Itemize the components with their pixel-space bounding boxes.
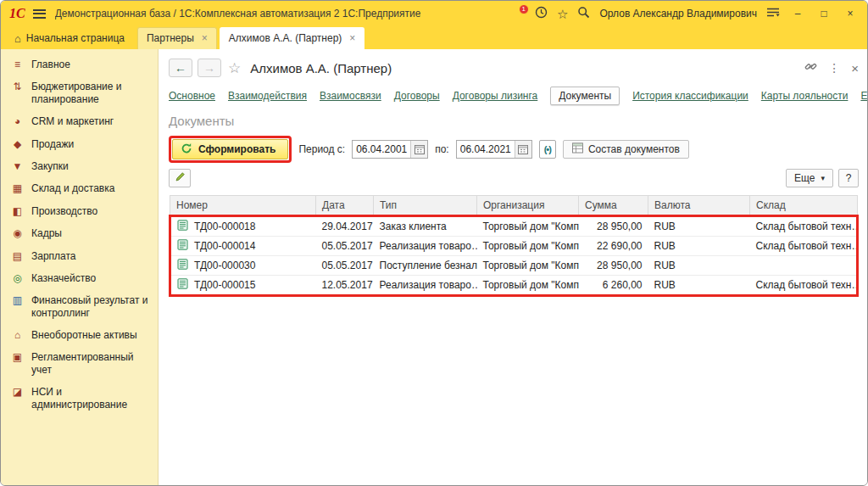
window-title: Демонстрационная база / 1С:Комплексная а… <box>55 8 421 20</box>
column-currency[interactable]: Валюта <box>648 196 750 216</box>
notifications-icon[interactable]: 1 <box>510 7 526 21</box>
sidebar-item-warehouse[interactable]: ▦Склад и доставка <box>1 177 158 199</box>
sidebar-item-finance[interactable]: ▥Финансовый результат и контроллинг <box>1 289 158 324</box>
cell-warehouse <box>750 256 858 276</box>
calendar-icon[interactable] <box>410 141 427 158</box>
document-icon <box>177 259 188 272</box>
more-menu-icon[interactable]: ⋮ <box>828 62 840 74</box>
edit-button[interactable] <box>169 169 191 187</box>
annotation-box-generate: Сформировать <box>169 136 292 163</box>
treasury-icon: ◎ <box>11 272 24 284</box>
tab-partners[interactable]: Партнеры × <box>137 27 217 49</box>
sidebar-item-crm[interactable]: ◕CRM и маркетинг <box>1 110 158 132</box>
hr-icon: ◉ <box>11 227 24 239</box>
refresh-icon <box>181 142 192 157</box>
cell-warehouse: Склад бытовой техн… <box>750 237 858 256</box>
help-button[interactable]: ? <box>838 169 859 187</box>
table-row[interactable]: ТД00-000018 29.04.2017 … Заказ клиента Т… <box>170 216 858 237</box>
table-row[interactable]: ТД00-000014 05.05.2017 … Реализация това… <box>170 237 858 256</box>
cell-number: ТД00-000014 <box>194 240 255 252</box>
sidebar-item-label: Главное <box>31 59 70 70</box>
tab-label: Алхимов А.А. (Партнер) <box>229 32 342 44</box>
column-warehouse[interactable]: Склад <box>750 196 858 216</box>
salary-icon: ▤ <box>11 250 24 262</box>
close-tab-icon[interactable]: × <box>202 33 208 43</box>
minimize-button[interactable]: – <box>789 8 806 19</box>
nav-karty-loyalnosti[interactable]: Карты лояльности <box>761 90 849 102</box>
cell-organization: Торговый дом "Комп… <box>477 276 579 296</box>
nav-dogovory-lizinga[interactable]: Договоры лизинга <box>453 90 538 102</box>
close-form-icon[interactable]: × <box>851 62 859 75</box>
sidebar-item-label: Производство <box>31 205 97 217</box>
nav-vzaimodeystviya[interactable]: Взаимодействия <box>228 90 307 102</box>
sidebar-item-budgeting[interactable]: ⇅Бюджетирование и планирование <box>1 75 158 110</box>
table-row[interactable]: ТД00-000015 12.05.2017 … Реализация това… <box>170 276 858 296</box>
column-sum[interactable]: Сумма <box>579 196 648 216</box>
sidebar-item-label: Зарплата <box>31 250 76 262</box>
tab-alkhimov[interactable]: Алхимов А.А. (Партнер) × <box>220 27 365 49</box>
forward-button[interactable]: → <box>198 59 221 77</box>
tab-home[interactable]: ⌂ Начальная страница <box>4 28 135 49</box>
close-tab-icon[interactable]: × <box>349 33 355 43</box>
maximize-button[interactable]: □ <box>815 8 832 19</box>
period-to-input[interactable] <box>457 141 515 158</box>
tab-bar: ⌂ Начальная страница Партнеры × Алхимов … <box>1 26 867 49</box>
column-number[interactable]: Номер <box>170 196 316 216</box>
service-menu-icon[interactable] <box>766 6 780 21</box>
search-icon[interactable] <box>577 6 590 22</box>
link-icon[interactable] <box>804 60 817 76</box>
sidebar-item-main[interactable]: ≡Главное <box>1 53 158 75</box>
back-button[interactable]: ← <box>169 59 192 77</box>
period-from-input[interactable] <box>353 141 410 158</box>
nav-dogovory[interactable]: Договоры <box>394 90 440 102</box>
sidebar-item-nsi[interactable]: ◪НСИ и администрирование <box>1 381 158 416</box>
assets-icon: ⌂ <box>11 329 24 341</box>
warehouse-icon: ▦ <box>11 182 24 194</box>
nav-vzaimosvyazi[interactable]: Взаимосвязи <box>320 90 381 102</box>
more-button-label: Еще <box>794 172 815 184</box>
sidebar-item-label: Казначейство <box>31 272 96 284</box>
column-date[interactable]: Дата <box>316 196 374 216</box>
nav-osnovnoe[interactable]: Основное <box>169 90 215 102</box>
cell-number: ТД00-000015 <box>194 279 255 291</box>
document-icon <box>177 278 188 292</box>
sidebar-item-label: Склад и доставка <box>31 182 114 194</box>
sidebar-item-treasury[interactable]: ◎Казначейство <box>1 267 158 289</box>
column-type[interactable]: Тип <box>374 196 477 216</box>
generate-button[interactable]: Сформировать <box>172 139 288 159</box>
favorite-star-icon[interactable]: ☆ <box>228 61 241 75</box>
home-icon: ⌂ <box>14 33 21 44</box>
sidebar-item-sales[interactable]: ◆Продажи <box>1 133 158 155</box>
sidebar-item-production[interactable]: ◧Производство <box>1 200 158 222</box>
main-section-icon: ≡ <box>11 59 24 70</box>
table-row[interactable]: ТД00-000030 05.05.2017 … Поступление без… <box>170 256 858 276</box>
nav-istoriya-klassifikacii[interactable]: История классификации <box>632 90 748 102</box>
nav-dokumenty[interactable]: Документы <box>550 87 620 105</box>
finance-icon: ▥ <box>11 294 24 306</box>
form-area: ← → ☆ Алхимов А.А. (Партнер) ⋮ × Основно… <box>159 49 867 485</box>
history-icon[interactable] <box>535 6 548 22</box>
cell-sum: 28 950,00 <box>579 216 648 237</box>
more-button[interactable]: Еще ▾ <box>786 169 833 187</box>
nav-more[interactable]: Еще...▾ <box>860 90 868 102</box>
main-menu-icon[interactable] <box>33 9 46 19</box>
cell-date: 05.05.2017 … <box>316 237 374 256</box>
favorites-icon[interactable]: ☆ <box>557 8 568 20</box>
regulated-accounting-icon: ▣ <box>11 351 24 363</box>
cell-date: 05.05.2017 … <box>316 256 374 276</box>
sidebar-item-assets[interactable]: ⌂Внеоборотные активы <box>1 324 158 346</box>
sidebar-item-regulated[interactable]: ▣Регламентированный учет <box>1 346 158 381</box>
column-organization[interactable]: Организация <box>477 196 579 216</box>
cell-type: Реализация товаро… <box>374 237 477 256</box>
period-variant-button[interactable]: (•) <box>539 140 556 159</box>
sidebar-item-purchases[interactable]: ▼Закупки <box>1 155 158 177</box>
current-user[interactable]: Орлов Александр Владимирович <box>599 8 757 20</box>
sidebar-item-hr[interactable]: ◉Кадры <box>1 222 158 244</box>
calendar-icon[interactable] <box>515 141 531 158</box>
document-composition-button[interactable]: Состав документов <box>563 140 689 159</box>
1c-logo: 1С <box>9 7 25 20</box>
cell-type: Реализация товаро… <box>374 276 477 296</box>
sidebar-item-salary[interactable]: ▤Зарплата <box>1 245 158 267</box>
close-window-button[interactable]: × <box>842 8 859 19</box>
tab-home-label: Начальная страница <box>26 32 125 44</box>
